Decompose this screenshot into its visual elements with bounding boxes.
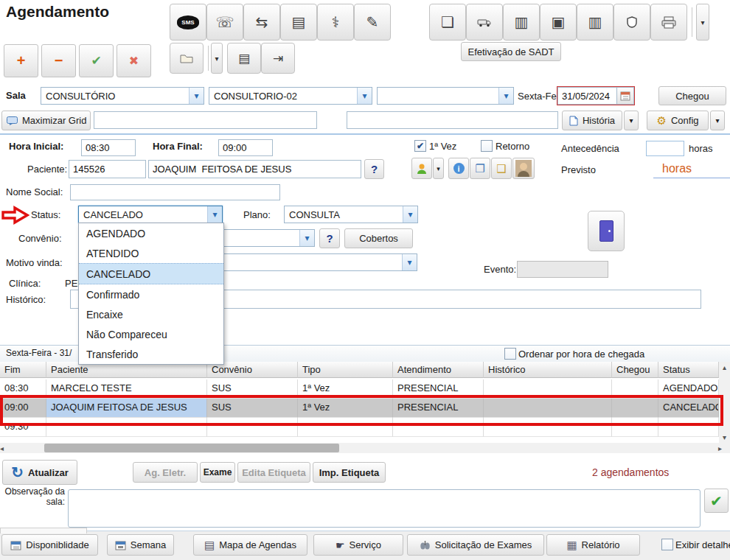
cell-convenio: SUS [207, 379, 298, 399]
servico-button[interactable]: ☛ Serviço [313, 534, 403, 556]
table-row[interactable]: 08:30 MARCELO TESTE SUS 1ª Vez PRESENCIA… [0, 379, 719, 399]
search-input-2[interactable] [347, 111, 558, 129]
col-header-atendimento[interactable]: Atendimento [393, 362, 484, 378]
observacao-textarea[interactable] [68, 489, 701, 528]
print-button[interactable] [650, 4, 687, 41]
transfer-patient-button[interactable]: ⇆ [243, 4, 280, 41]
exibir-detalhes-checkbox[interactable] [661, 539, 673, 550]
scroll-down-icon[interactable]: ▾ [723, 433, 726, 441]
retorno-checkbox[interactable] [481, 140, 493, 152]
doctor-button[interactable]: ⚕ [317, 4, 354, 41]
paste-button[interactable]: ❑ [491, 158, 512, 179]
sala-select-1[interactable]: CONSULTÓRIO ▾ [41, 87, 204, 105]
separator-line [0, 133, 730, 135]
antecedencia-input[interactable] [646, 141, 684, 156]
confirm-button[interactable]: ✔ [79, 44, 114, 77]
room-door-button[interactable] [588, 211, 625, 251]
status-option-agendado[interactable]: AGENDADO [79, 223, 223, 243]
maximizar-grid-button[interactable]: Maximizar Grid [1, 111, 91, 130]
sms-button[interactable]: SMS [170, 4, 206, 41]
vertical-scrollbar[interactable]: ▴ ▾ [719, 362, 730, 443]
export-button[interactable]: ⇥ [261, 43, 295, 74]
previsto-horas-label: horas [662, 162, 692, 175]
ordenar-checkbox[interactable] [504, 348, 516, 360]
col-header-tipo[interactable]: Tipo [298, 362, 393, 378]
remove-button[interactable]: − [41, 44, 76, 77]
status-option-transferido[interactable]: Transferido [79, 344, 223, 364]
atualizar-button[interactable]: ↻ Atualizar [2, 460, 77, 485]
documents-button[interactable]: ▣ [540, 4, 577, 41]
col-header-status[interactable]: Status [658, 362, 719, 378]
convenio-help-button[interactable]: ? [319, 228, 340, 248]
scroll-right-icon[interactable]: ▸ [718, 444, 730, 452]
clipboard-button[interactable]: ▤ [280, 4, 317, 41]
col-header-chegou[interactable]: Chegou [612, 362, 658, 378]
relatorio-button[interactable]: ▦ Relatório [546, 534, 640, 556]
shield-button[interactable] [613, 4, 650, 41]
copy-button[interactable]: ❐ [470, 158, 490, 179]
solicitacao-exames-button[interactable]: Solicitação de Exames [407, 534, 544, 556]
hora-final-input[interactable] [218, 139, 273, 156]
status-option-encaixe[interactable]: Encaixe [79, 304, 223, 324]
exame-button[interactable]: Exame [200, 462, 235, 483]
date-input[interactable] [557, 87, 616, 105]
folder-more-button[interactable]: ▾ [211, 43, 223, 74]
ambulance-button[interactable] [466, 4, 503, 41]
cell-fim: 09:30 [0, 418, 46, 437]
col-header-fim[interactable]: Fim [0, 362, 46, 378]
status-option-nao-compareceu[interactable]: Não Compareceu [79, 324, 223, 344]
exam-request2-button[interactable]: ▥ [577, 4, 613, 41]
print-more-button[interactable]: ▾ [696, 4, 709, 41]
scroll-up-icon[interactable]: ▴ [723, 363, 726, 371]
historia-more-button[interactable]: ▾ [624, 111, 639, 130]
person-more-button[interactable]: ▾ [433, 158, 444, 179]
save-observacao-button[interactable]: ✔ [704, 489, 729, 513]
historia-button[interactable]: História [562, 111, 622, 130]
refresh-icon: ↻ [11, 463, 24, 481]
table-row[interactable]: 09:30 [0, 418, 719, 437]
semana-button[interactable]: Semana [107, 534, 174, 556]
paciente-codigo-input[interactable] [69, 160, 146, 178]
efetivacao-sadt-button[interactable]: Efetivação de SADT [461, 42, 561, 61]
config-button[interactable]: ⚙ Config [647, 111, 709, 130]
col-header-historico[interactable]: Histórico [484, 362, 612, 378]
cancel-button[interactable]: ✖ [117, 44, 151, 77]
underline [653, 178, 730, 178]
status-option-cancelado[interactable]: CANCELADO [79, 263, 223, 284]
add-button[interactable]: + [4, 44, 38, 77]
scrollbar-thumb[interactable] [44, 444, 339, 452]
config-label: Config [671, 115, 699, 126]
exam-request-button[interactable]: ▥ [503, 4, 540, 41]
status-option-confirmado[interactable]: Confirmado [79, 284, 223, 304]
clipboard-settings-button[interactable]: ▤ [227, 43, 261, 74]
scroll-left-icon[interactable]: ◂ [0, 444, 12, 452]
mapa-agendas-button[interactable]: ▤ Mapa de Agendas [193, 534, 307, 556]
status-select[interactable]: CANCELADO ▾ [78, 206, 223, 223]
hora-inicial-input[interactable] [81, 139, 136, 156]
patient-person-button[interactable] [411, 158, 432, 179]
paciente-nome-input[interactable] [148, 160, 361, 178]
attendant-button[interactable]: ☏ [206, 4, 243, 41]
horizontal-scrollbar[interactable]: ◂ ▸ [0, 443, 730, 453]
imp-etiqueta-button[interactable]: Imp. Etiqueta [313, 462, 386, 483]
config-more-button[interactable]: ▾ [710, 111, 725, 130]
attendant-icon: ☏ [215, 13, 234, 31]
sala-select-2[interactable]: CONSULTORIO-02 ▾ [209, 87, 372, 105]
sala-select-3[interactable]: ▾ [377, 87, 514, 105]
note-button[interactable]: ❏ [429, 4, 466, 41]
plano-select[interactable]: CONSULTA ▾ [284, 206, 418, 223]
disponibilidade-button[interactable]: Disponiblidade [1, 534, 98, 556]
calendar-button[interactable] [616, 87, 634, 105]
paciente-help-button[interactable]: ? [364, 159, 384, 179]
folder-button[interactable] [170, 43, 204, 74]
table-row-selected[interactable]: 09:00 JOAQUIM FEITOSA DE JESUS SUS 1ª Ve… [0, 399, 719, 418]
status-option-atendido[interactable]: ATENDIDO [79, 243, 223, 263]
cobertos-button[interactable]: Cobertos [344, 228, 413, 248]
nome-social-input[interactable] [70, 184, 280, 200]
info-button[interactable]: i [448, 158, 469, 179]
photo-button[interactable] [512, 158, 535, 179]
search-input-1[interactable] [94, 111, 317, 129]
edit-document-button[interactable]: ✎ [354, 4, 391, 41]
primeira-vez-checkbox[interactable]: ✔ [414, 140, 426, 152]
chegou-button[interactable]: Chegou [658, 86, 726, 105]
